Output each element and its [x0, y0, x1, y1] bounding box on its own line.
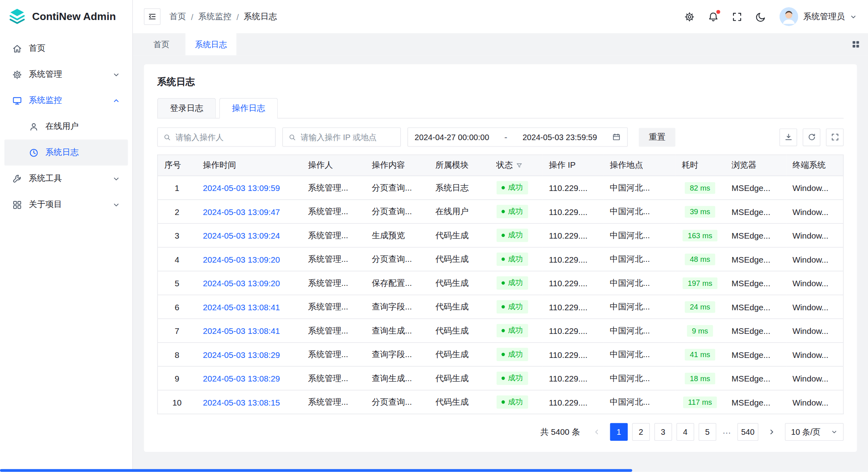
page-size-select[interactable]: 10 条/页 — [785, 423, 844, 441]
cell-operator: 系统管理... — [301, 295, 365, 319]
table-row[interactable]: 4 2024-05-03 13:09:20 系统管理... 分页查询... 代码… — [158, 247, 844, 271]
cell-cost: 82 ms — [675, 176, 725, 199]
date-range-picker[interactable]: 2024-04-27 00:00:00 - 2024-05-03 23:59:5… — [407, 127, 628, 147]
table-row[interactable]: 5 2024-05-03 13:09:20 系统管理... 保存配置... 代码… — [158, 271, 844, 295]
page-size-value: 10 条/页 — [791, 427, 821, 437]
breadcrumb-item-home[interactable]: 首页 — [169, 11, 186, 22]
time-link[interactable]: 2024-05-03 13:08:15 — [203, 398, 280, 407]
status-badge: 成功 — [496, 205, 528, 218]
time-link[interactable]: 2024-05-03 13:08:41 — [203, 326, 280, 335]
status-dot-icon — [501, 377, 505, 380]
time-link[interactable]: 2024-05-03 13:09:20 — [203, 255, 280, 264]
column-header-content: 操作内容 — [365, 155, 429, 176]
cell-index: 3 — [158, 223, 196, 247]
refresh-button[interactable] — [803, 128, 820, 146]
time-link[interactable]: 2024-05-03 13:08:29 — [203, 374, 280, 383]
sidebar-item-home[interactable]: 首页 — [4, 36, 128, 62]
main-area: 首页 / 系统监控 / 系统日志 — [133, 0, 868, 472]
sidebar-item-about-project[interactable]: 关于项目 — [4, 192, 128, 218]
cell-os: Window... — [786, 223, 844, 247]
page-button-1[interactable]: 1 — [610, 423, 627, 441]
page-button-last[interactable]: 540 — [737, 423, 758, 441]
cell-browser: MSEdge... — [725, 343, 786, 366]
fullscreen-icon[interactable] — [732, 11, 742, 22]
export-download-button[interactable] — [780, 128, 797, 146]
status-text: 成功 — [508, 325, 523, 335]
cell-browser: MSEdge... — [725, 366, 786, 390]
ip-search-field[interactable] — [282, 127, 401, 147]
app-title: ContiNew Admin — [32, 10, 116, 22]
reset-button[interactable]: 重置 — [639, 128, 675, 147]
time-link[interactable]: 2024-05-03 13:09:59 — [203, 183, 280, 193]
chevron-right-icon — [768, 428, 776, 436]
cell-content: 分页查询... — [365, 390, 429, 414]
page-button-5[interactable]: 5 — [698, 423, 716, 441]
log-table-body: 1 2024-05-03 13:09:59 系统管理... 分页查询... 系统… — [158, 176, 844, 414]
app-logo[interactable]: ContiNew Admin — [0, 0, 132, 33]
table-row[interactable]: 7 2024-05-03 13:08:41 系统管理... 查询生成... 代码… — [158, 319, 844, 342]
operator-search-input[interactable] — [176, 133, 270, 141]
breadcrumb-item-monitor[interactable]: 系统监控 — [198, 11, 231, 22]
cell-os: Window... — [786, 200, 844, 223]
cell-cost: 41 ms — [675, 343, 725, 366]
cell-index: 5 — [158, 271, 196, 295]
sidebar-item-system-management[interactable]: 系统管理 — [4, 62, 128, 88]
settings-gear-icon[interactable] — [684, 11, 695, 22]
operator-search-field[interactable] — [157, 127, 276, 147]
time-link[interactable]: 2024-05-03 13:09:24 — [203, 231, 280, 240]
table-row[interactable]: 9 2024-05-03 13:08:29 系统管理... 查询生成... 代码… — [158, 366, 844, 390]
next-page-button[interactable] — [763, 423, 780, 441]
time-link[interactable]: 2024-05-03 13:09:20 — [203, 278, 280, 288]
status-text: 成功 — [508, 349, 523, 360]
time-link[interactable]: 2024-05-03 13:08:41 — [203, 302, 280, 312]
table-row[interactable]: 10 2024-05-03 13:08:15 系统管理... 分页查询... 代… — [158, 390, 844, 414]
status-dot-icon — [501, 305, 505, 308]
dark-mode-moon-icon[interactable] — [756, 11, 766, 22]
nav-tab-system-logs[interactable]: 系统日志 — [185, 33, 236, 55]
prev-page-button[interactable] — [588, 423, 605, 441]
time-link[interactable]: 2024-05-03 13:09:47 — [203, 207, 280, 217]
table-row[interactable]: 3 2024-05-03 13:09:24 系统管理... 生成预览 代码生成 … — [158, 223, 844, 247]
horizontal-scrollbar-thumb[interactable] — [0, 469, 632, 472]
cell-cost: 163 ms — [675, 223, 725, 247]
collapse-sidebar-button[interactable] — [144, 8, 160, 25]
status-text: 成功 — [508, 278, 523, 288]
sidebar-menu: 首页 系统管理 — [0, 33, 132, 218]
ip-search-input[interactable] — [301, 133, 395, 141]
nav-tab-bar: 首页 系统日志 — [133, 33, 868, 55]
tab-operation-logs[interactable]: 操作日志 — [219, 98, 278, 118]
cell-os: Window... — [786, 271, 844, 295]
time-link[interactable]: 2024-05-03 13:08:29 — [203, 350, 280, 360]
nav-tab-home[interactable]: 首页 — [144, 33, 179, 55]
sidebar-item-online-users[interactable]: 在线用户 — [4, 114, 128, 140]
page-ellipsis[interactable]: ··· — [721, 427, 733, 437]
cell-operator: 系统管理... — [301, 343, 365, 366]
tab-actions-grid-icon[interactable] — [844, 33, 868, 55]
page-button-2[interactable]: 2 — [632, 423, 649, 441]
status-badge: 成功 — [496, 372, 528, 385]
table-row[interactable]: 2 2024-05-03 13:09:47 系统管理... 分页查询... 在线… — [158, 200, 844, 223]
cell-browser: MSEdge... — [725, 176, 786, 199]
sidebar-item-system-logs[interactable]: 系统日志 — [4, 140, 128, 166]
status-text: 成功 — [508, 207, 523, 217]
table-row[interactable]: 1 2024-05-03 13:09:59 系统管理... 分页查询... 系统… — [158, 176, 844, 199]
sidebar-item-system-tools[interactable]: 系统工具 — [4, 166, 128, 192]
notification-bell-icon[interactable] — [708, 11, 718, 22]
cell-os: Window... — [786, 343, 844, 366]
table-row[interactable]: 8 2024-05-03 13:08:29 系统管理... 查询字段... 代码… — [158, 343, 844, 366]
status-badge: 成功 — [496, 253, 528, 266]
breadcrumb-separator: / — [237, 12, 239, 22]
sidebar-item-system-monitor[interactable]: 系统监控 — [4, 88, 128, 114]
page-button-3[interactable]: 3 — [654, 423, 672, 441]
page-button-4[interactable]: 4 — [676, 423, 694, 441]
status-dot-icon — [501, 257, 505, 261]
table-row[interactable]: 6 2024-05-03 13:08:41 系统管理... 查询字段... 代码… — [158, 295, 844, 319]
chevron-down-icon — [850, 13, 857, 20]
cell-index: 2 — [158, 200, 196, 223]
column-header-browser: 浏览器 — [725, 155, 786, 176]
filter-icon[interactable] — [516, 162, 523, 169]
table-fullscreen-button[interactable] — [826, 128, 844, 146]
user-menu[interactable]: 系统管理员 — [780, 7, 857, 26]
tab-login-logs[interactable]: 登录日志 — [157, 98, 216, 118]
cell-status: 成功 — [490, 223, 542, 247]
